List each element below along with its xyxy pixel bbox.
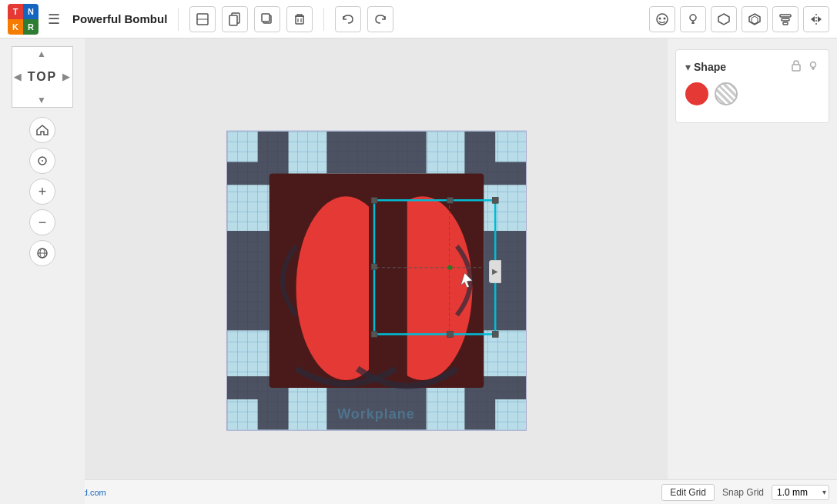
hints-button[interactable] [680,6,706,32]
svg-rect-5 [262,14,270,22]
logo-tl: T [8,4,23,19]
svg-rect-45 [371,263,377,269]
svg-point-55 [811,62,816,68]
shape-panel: ▾ Shape [675,49,829,123]
svg-rect-47 [371,331,377,337]
svg-rect-3 [229,15,237,25]
hole-swatch[interactable] [715,82,738,105]
solid-color-swatch[interactable] [685,82,708,105]
right-panel: ▾ Shape [668,38,837,504]
view-cube-down-arrow[interactable]: ▼ [37,95,48,105]
topbar: T N K R ☰ Powerful Bombul [0,0,837,38]
svg-point-52 [447,265,452,269]
svg-rect-48 [447,331,453,337]
left-sidebar: ▲ ◀ TOP ▶ ▼ + − [0,38,85,504]
svg-marker-22 [811,16,815,22]
logo-bl: K [8,19,23,35]
svg-point-11 [664,17,666,19]
svg-rect-44 [492,197,498,203]
svg-rect-42 [371,197,377,203]
shape-colors [685,82,819,105]
home-view-button[interactable] [29,117,55,143]
toolbar-divider-2 [323,8,324,31]
copy-clipboard-button[interactable] [222,6,248,32]
svg-marker-15 [718,14,729,25]
svg-rect-43 [447,197,453,203]
shape-panel-dropdown[interactable]: ▾ [685,61,691,73]
svg-rect-54 [792,65,800,71]
lock-icon[interactable] [790,59,802,75]
svg-point-25 [42,160,43,162]
view-cube[interactable]: ▲ ◀ TOP ▶ ▼ [12,46,73,108]
zoom-in-button[interactable]: + [29,179,55,205]
light-icon[interactable] [807,59,819,75]
svg-rect-20 [783,22,788,25]
svg-rect-18 [780,15,791,17]
svg-rect-49 [492,331,498,337]
svg-marker-23 [818,16,822,22]
view-cube-label: TOP [28,70,58,84]
bottom-bar: https://www.tinkercad.com Edit Grid Snap… [0,479,837,504]
snap-grid-select-wrapper: 0.1 mm 0.2 mm 0.5 mm 1.0 mm 2.0 mm 5.0 m… [772,485,829,500]
logo-tr: N [23,4,39,19]
svg-rect-19 [782,18,789,21]
group-button[interactable] [742,6,768,32]
project-title: Powerful Bombul [72,12,167,25]
snap-grid-select[interactable]: 0.1 mm 0.2 mm 0.5 mm 1.0 mm 2.0 mm 5.0 m… [772,485,829,500]
edit-grid-button[interactable]: Edit Grid [661,484,715,501]
zoom-out-button[interactable]: − [29,209,55,235]
view-cube-right-arrow[interactable]: ▶ [62,72,71,82]
redo-button[interactable] [367,6,393,32]
svg-rect-33 [326,131,426,173]
shape-generator-button[interactable] [711,6,737,32]
logo-br: R [23,19,39,35]
workplane[interactable]: Workplane [226,130,527,430]
svg-point-12 [690,15,696,21]
view-cube-left-arrow[interactable]: ◀ [14,72,22,82]
right-toolbar [649,6,829,32]
view-cube-up-arrow[interactable]: ▲ [37,48,48,59]
panel-icon-row [790,59,819,75]
svg-rect-6 [296,16,303,24]
canvas-area[interactable]: Workplane ▶ [85,38,668,504]
mirror-button[interactable] [803,6,829,32]
right-panel-collapse-button[interactable]: ▶ [489,260,501,283]
duplicate-button[interactable] [254,6,280,32]
shape-panel-title: Shape [694,61,726,73]
align-button[interactable] [772,6,798,32]
object-svg [227,131,526,429]
fit-all-button[interactable] [29,148,55,174]
main-area: ▲ ◀ TOP ▶ ▼ + − [0,38,837,504]
svg-point-10 [659,17,661,19]
svg-marker-17 [752,16,758,24]
undo-button[interactable] [335,6,361,32]
workplane-button[interactable] [189,6,216,32]
shape-panel-header: ▾ Shape [685,59,819,75]
svg-rect-35 [227,231,270,330]
perspective-button[interactable] [29,240,55,266]
delete-button[interactable] [286,6,313,32]
community-button[interactable] [649,6,675,32]
menu-icon[interactable]: ☰ [48,11,60,28]
svg-rect-34 [326,387,426,429]
toolbar-divider-1 [178,8,179,31]
snap-grid-label: Snap Grid [722,487,764,498]
svg-marker-16 [749,14,760,25]
tinkercad-logo[interactable]: T N K R [8,4,39,35]
